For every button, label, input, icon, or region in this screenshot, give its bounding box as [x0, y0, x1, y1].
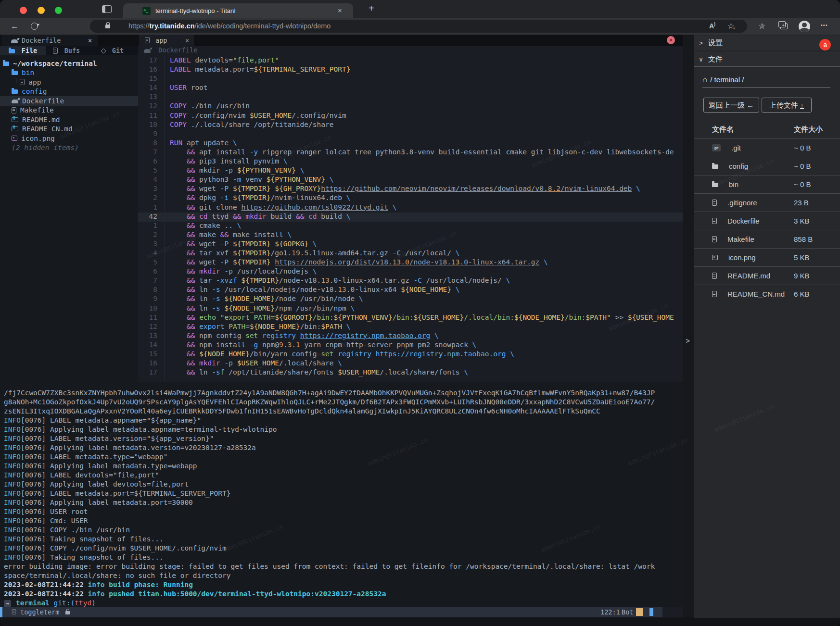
- sidebar-buffer-tab[interactable]: Dockerfile ×: [1, 35, 98, 46]
- home-icon[interactable]: ⌂: [702, 75, 707, 84]
- tree-item-config[interactable]: config: [0, 87, 138, 97]
- code-line[interactable]: 6 && mkdir -p /usr/local/nodejs \: [138, 267, 683, 276]
- code-editor[interactable]: Dockerfile 17LABEL devtools="file,port"1…: [138, 46, 683, 382]
- back-button[interactable]: ←: [11, 22, 19, 31]
- tree-item-readme-cn-md[interactable]: README_CN.md: [0, 125, 138, 134]
- file-icon: [12, 609, 16, 614]
- file-row-bin[interactable]: bin~ 0 B: [694, 175, 840, 193]
- scrollbar-thumb[interactable]: [649, 608, 653, 616]
- file-row--git[interactable]: git.git~ 0 B: [694, 138, 840, 157]
- new-tab-button[interactable]: +: [369, 3, 374, 14]
- tree-item-dockerfile[interactable]: Dockerfile: [0, 96, 138, 106]
- code-line[interactable]: 15 && ${NODE_HOME}/bin/yarn config set r…: [138, 350, 683, 359]
- code-line[interactable]: 5 && mkdir -p ${PYTHON_VENV} \: [138, 166, 683, 175]
- editor-tab-close-icon[interactable]: ×: [185, 35, 189, 46]
- code-line[interactable]: 17 && ln -sf /opt/titanide/share/fonts $…: [138, 368, 683, 377]
- file-row-readme-md[interactable]: README.md9 KB: [694, 266, 840, 285]
- tree-item--2-hidden-items-[interactable]: (2 hidden items): [0, 143, 138, 153]
- file-row-dockerfile[interactable]: Dockerfile3 KB: [694, 212, 840, 230]
- code-line[interactable]: 17LABEL devtools="file,port": [138, 56, 683, 65]
- sidebar-tab-bufs[interactable]: Bufs: [46, 46, 87, 55]
- whale-icon: [144, 49, 151, 53]
- code-line[interactable]: 6 && pip3 install pynvim \: [138, 157, 683, 166]
- code-line[interactable]: 11 && echo "export PATH=${GOROOT}/bin:${…: [138, 313, 683, 323]
- code-line[interactable]: 2 && dpkg -i ${TMPDIR}/nvim-linux64.deb …: [138, 194, 683, 203]
- tree-item--workspace-terminal[interactable]: ~/workspace/terminal: [0, 59, 138, 68]
- file-row-icon-png[interactable]: icon.png5 KB: [694, 248, 840, 266]
- code-line[interactable]: 42 && cd ttyd && mkdir build && cd build…: [138, 213, 683, 222]
- tree-item-app[interactable]: └app: [0, 77, 138, 87]
- address-bar[interactable]: https://try.titanide.cn/ide/web/coding/t…: [90, 20, 747, 33]
- page: Dockerfile × app × × FileBufsGit ~/works…: [0, 35, 840, 626]
- editor-breadcrumb: Dockerfile: [138, 46, 197, 55]
- sidebar-tab-git[interactable]: Git: [87, 46, 138, 55]
- browser-tab[interactable]: terminal-ttyd-wlotnipo - TitanI ×: [123, 3, 353, 18]
- code-line[interactable]: 10COPY ./.local/share /opt/titanide/shar…: [138, 121, 683, 130]
- read-aloud-icon[interactable]: A: [709, 22, 715, 30]
- code-line[interactable]: 2 && make && make install \: [138, 231, 683, 240]
- upload-icon: ↑: [800, 103, 804, 109]
- files-section-header[interactable]: ∨文件: [694, 52, 840, 66]
- settings-section-header[interactable]: >设置: [694, 36, 840, 50]
- code-line[interactable]: 3 && wget -P ${TMPDIR} ${GOPKG} \: [138, 240, 683, 249]
- code-line[interactable]: 10 && ln -s ${NODE_HOME}/npm /usr/bin/np…: [138, 304, 683, 313]
- cursor-position: 122:1: [600, 607, 620, 617]
- tree-item-makefile[interactable]: Makefile: [0, 106, 138, 115]
- tree-item-icon-png[interactable]: icon.png: [0, 134, 138, 143]
- code-line[interactable]: 1 && cmake .. \: [138, 222, 683, 231]
- close-editor-button[interactable]: ×: [667, 36, 675, 44]
- code-line[interactable]: 7 && apt install -y ripgrep ranger lolca…: [138, 148, 683, 157]
- code-line[interactable]: 13 && npm config set registry https://re…: [138, 332, 683, 341]
- buffer-tab-close-icon[interactable]: ×: [88, 35, 92, 46]
- markdown-icon: [12, 117, 18, 122]
- profile-avatar[interactable]: [799, 21, 810, 32]
- code-line[interactable]: 7 && tar -xvzf ${TMPDIR}/node-v18.13.0-l…: [138, 276, 683, 286]
- code-line[interactable]: 4 && python3 -m venv ${PYTHON_VENV} \: [138, 175, 683, 185]
- browser-sidebar-toggle-icon[interactable]: [102, 5, 112, 13]
- code-line[interactable]: 8 && ln -s /usr/local/nodejs/node-v18.13…: [138, 286, 683, 295]
- close-window-button[interactable]: [20, 7, 27, 14]
- file-row-makefile[interactable]: Makefile858 B: [694, 230, 840, 248]
- code-line[interactable]: 16LABEL metadata.port=${TERMINAL_SERVER_…: [138, 65, 683, 75]
- favorites-icon[interactable]: ☆: [758, 21, 765, 31]
- code-line[interactable]: 11COPY ./config/nvim $USER_HOME/.config/…: [138, 112, 683, 121]
- code-line[interactable]: 12COPY ./bin /usr/bin: [138, 102, 683, 111]
- code-line[interactable]: 8RUN apt update \: [138, 139, 683, 148]
- terminal-line: INFO[0076] LABEL devtools="file,port": [4, 471, 683, 480]
- add-favorite-icon[interactable]: ☆: [727, 21, 735, 31]
- tree-item-readme-md[interactable]: README.md: [0, 115, 138, 125]
- tree-item-bin[interactable]: bin: [0, 68, 138, 78]
- code-line[interactable]: 9 && ln -s ${NODE_HOME}/node /usr/bin/no…: [138, 295, 683, 304]
- code-line[interactable]: 5 && wget -P ${TMPDIR} https://nodejs.or…: [138, 258, 683, 267]
- code-line[interactable]: 12 && export PATH=${NODE_HOME}/bin:$PATH…: [138, 323, 683, 332]
- code-line[interactable]: 9: [138, 130, 683, 139]
- expand-chevron-icon[interactable]: >: [686, 337, 690, 345]
- code-line[interactable]: 1 && git clone https://github.com/tsl092…: [138, 203, 683, 213]
- file-tree[interactable]: ~/workspace/terminalbin└appconfigDockerf…: [0, 59, 138, 152]
- code-line[interactable]: 3 && wget -P ${TMPDIR} ${GH_PROXY}https:…: [138, 185, 683, 194]
- minimize-window-button[interactable]: [38, 7, 45, 14]
- code-line[interactable]: 13: [138, 93, 683, 102]
- code-line[interactable]: 16 && mkdir -p $USER_HOME/.local/share \: [138, 359, 683, 368]
- code-line[interactable]: 14 && npm install -g npm@9.3.1 yarn cnpm…: [138, 341, 683, 350]
- markdown-icon: [12, 126, 18, 131]
- editor-tab-app[interactable]: app ×: [139, 35, 194, 46]
- terminal-output[interactable]: /fj7CcwoCW7ZXBc3snKxZNYHpbh7uhwOvx2lsi4W…: [0, 382, 683, 607]
- collections-icon[interactable]: [780, 23, 788, 29]
- code-line[interactable]: 14USER root: [138, 84, 683, 93]
- file-row-readme-cn-md[interactable]: README_CN.md6 KB: [694, 285, 840, 303]
- reload-button[interactable]: [31, 23, 38, 30]
- code-line[interactable]: 15: [138, 75, 683, 84]
- upload-file-button[interactable]: 上传文件 ↑: [762, 98, 812, 113]
- breadcrumb[interactable]: ⌂/ terminal /: [702, 75, 744, 85]
- sidebar-tab-file[interactable]: File: [0, 46, 46, 55]
- user-avatar[interactable]: a: [819, 39, 831, 50]
- tab-close-icon[interactable]: ×: [338, 6, 342, 14]
- back-to-parent-button[interactable]: 返回上一级 ←: [703, 98, 759, 113]
- more-menu-icon[interactable]: •••: [821, 22, 828, 28]
- file-row-config[interactable]: config~ 0 B: [694, 157, 840, 175]
- lock-icon: [105, 25, 110, 28]
- code-line[interactable]: 4 && tar xvf ${TMPDIR}/go1.19.5.linux-am…: [138, 249, 683, 258]
- file-row--gitignore[interactable]: .gitignore23 B: [694, 193, 840, 212]
- zoom-window-button[interactable]: [55, 7, 62, 14]
